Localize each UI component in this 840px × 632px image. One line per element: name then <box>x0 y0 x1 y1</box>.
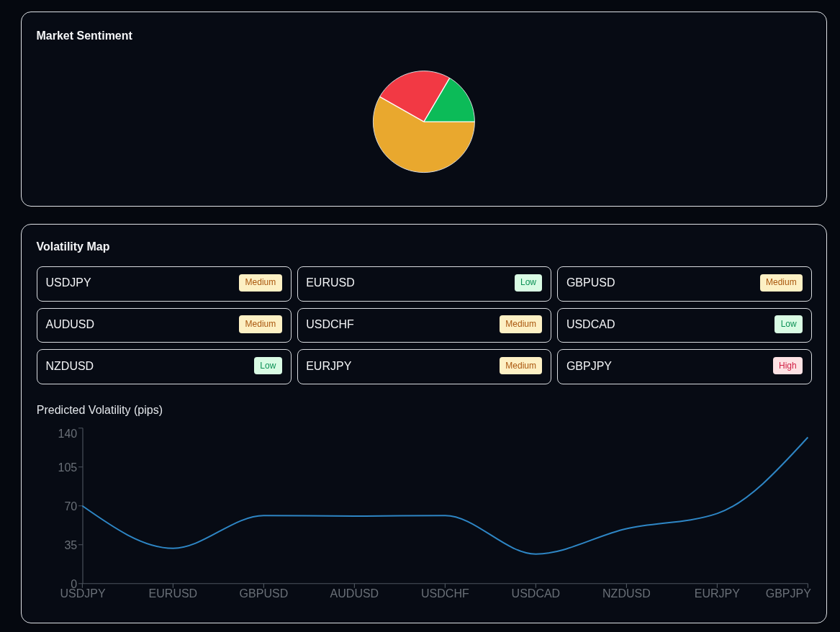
svg-text:EURJPY: EURJPY <box>695 587 740 600</box>
svg-text:NZDUSD: NZDUSD <box>602 587 651 600</box>
svg-text:GBPJPY: GBPJPY <box>766 587 811 600</box>
svg-text:USDCAD: USDCAD <box>512 587 561 600</box>
svg-text:35: 35 <box>64 539 77 551</box>
svg-text:70: 70 <box>64 500 77 513</box>
svg-text:USDCHF: USDCHF <box>421 587 469 600</box>
svg-text:105: 105 <box>58 461 77 474</box>
svg-text:EURUSD: EURUSD <box>149 587 198 600</box>
svg-text:AUDUSD: AUDUSD <box>330 587 379 600</box>
svg-text:GBPUSD: GBPUSD <box>240 587 289 600</box>
svg-text:USDJPY: USDJPY <box>60 587 105 600</box>
svg-text:140: 140 <box>58 428 77 440</box>
